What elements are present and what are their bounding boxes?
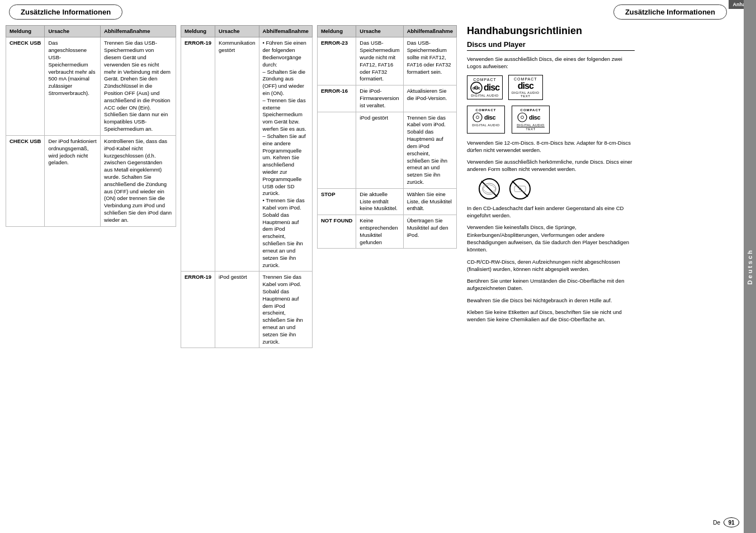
abhilfe-cell: Trennen Sie das Kabel vom iPod. Sobald d… bbox=[403, 112, 456, 188]
no-disc-icon-1 bbox=[478, 178, 500, 200]
right-panel-para9: Kleben Sie keine Etiketten auf Discs, be… bbox=[467, 308, 635, 323]
digital-audio-text-1: DIGITAL AUDIO bbox=[472, 123, 500, 127]
disc-logo1-main: disc disc bbox=[470, 82, 499, 94]
text-label: TEXT bbox=[517, 127, 545, 131]
right-panel-para7: Berühren Sie unter keinen Umständen die … bbox=[467, 277, 635, 292]
deutsch-strip: Deutsch bbox=[744, 0, 756, 533]
ursache-cell: Der iPod funktioniert ordnungsgemäß, wir… bbox=[45, 135, 101, 226]
ursache-cell: Die aktuelle Liste enthält keine Musikti… bbox=[356, 188, 403, 215]
meldung-cell: NOT FOUND bbox=[317, 215, 356, 249]
meldung-cell: ERROR-19 bbox=[181, 272, 215, 348]
right-panel-title: Handhabungsrichtlinien bbox=[467, 25, 635, 37]
table2-col-ursache: Ursache bbox=[215, 26, 259, 37]
meldung-cell: CHECK USB bbox=[6, 135, 45, 226]
ursache-cell: iPod gestört bbox=[356, 112, 403, 188]
disc-logos-svg: COMPACT disc DIGITAL AUDIO COMPACT disc … bbox=[467, 106, 635, 134]
disc-logo1-top: COMPACT bbox=[470, 78, 499, 82]
header-right-text: Zusätzliche Informationen bbox=[625, 8, 715, 16]
right-panel-para5: Verwenden Sie keinesfalls Discs, die Spr… bbox=[467, 223, 635, 253]
svg-point-3 bbox=[473, 113, 482, 122]
right-panel-subtitle: Discs und Player bbox=[467, 40, 635, 51]
meldung-cell bbox=[317, 112, 356, 188]
ursache-cell: Die iPod-Firmwareversion ist veraltet. bbox=[356, 85, 403, 112]
meldung-cell: CHECK USB bbox=[6, 37, 45, 136]
table3-container: Meldung Ursache Abhilfemaßnahme ERROR-23… bbox=[317, 25, 457, 348]
disc-logo-box-1: COMPACT disc DIGITAL AUDIO bbox=[467, 106, 505, 134]
disc-logo2-top: COMPACT bbox=[512, 77, 540, 81]
disc-svg-2: disc bbox=[517, 112, 545, 123]
disc-logo-2: COMPACT disc DIGITAL AUDIOTEXT bbox=[508, 75, 543, 100]
abhilfe-cell: Trennen Sie das Kabel vom iPod. Sobald d… bbox=[259, 272, 312, 348]
disc-logos: COMPACT disc disc DIGITAL AUDIO COMPACT … bbox=[467, 75, 635, 100]
no-disc-icon-2 bbox=[509, 178, 531, 200]
ursache-cell: Das angeschlossene USB-Speichermedium ve… bbox=[45, 37, 101, 136]
table1-col-abhilfe: Abhilfemaßnahme bbox=[101, 26, 176, 37]
page-number: 91 bbox=[724, 517, 739, 527]
table3-col-meldung: Meldung bbox=[317, 26, 356, 37]
svg-text:disc: disc bbox=[472, 86, 480, 90]
abhilfe-cell: • Führen Sie einen der folgenden Bedienv… bbox=[259, 37, 312, 272]
right-panel-para4: In den CD-Ladeschacht darf kein anderer … bbox=[467, 204, 635, 220]
svg-point-4 bbox=[476, 116, 479, 118]
right-panel-para3: Verwenden Sie ausschließlich herkömmlich… bbox=[467, 158, 635, 173]
right-panel-para6: CD-R/CD-RW-Discs, deren Aufzeichnungen n… bbox=[467, 258, 635, 273]
table-row: CHECK USB Das angeschlossene USB-Speiche… bbox=[6, 37, 176, 136]
de-label: De bbox=[713, 520, 720, 526]
meldung-cell: ERROR-19 bbox=[181, 37, 215, 272]
ursache-cell: iPod gestört bbox=[215, 272, 259, 348]
table-row: ERROR-23 Das USB-Speichermedium wurde ni… bbox=[317, 37, 456, 85]
table1-col-meldung: Meldung bbox=[6, 26, 45, 37]
page-indicator: De 91 bbox=[713, 517, 739, 527]
ursache-cell: Keine entsprechenden Musiktitel gefunden bbox=[356, 215, 403, 249]
table-row: iPod gestört Trennen Sie das Kabel vom i… bbox=[317, 112, 456, 188]
disc-icon-1: disc bbox=[470, 82, 483, 94]
table-row: CHECK USB Der iPod funktioniert ordnungs… bbox=[6, 135, 176, 226]
table-row: ERROR-19 Kommunikation gestört • Führen … bbox=[181, 37, 313, 272]
headers-container: Zusätzliche Informationen Zusätzliche In… bbox=[0, 0, 744, 23]
table-row: NOT FOUND Keine entsprechenden Musiktite… bbox=[317, 215, 456, 249]
table3-col-ursache: Ursache bbox=[356, 26, 403, 37]
header-right: Zusätzliche Informationen bbox=[613, 4, 727, 20]
disc-logo2-main: disc bbox=[512, 81, 540, 91]
right-panel-para8: Bewahren Sie die Discs bei Nichtgebrauch… bbox=[467, 297, 635, 304]
digital-audio-text-2: DIGITAL AUDIO bbox=[517, 123, 545, 127]
meldung-cell: ERROR-23 bbox=[317, 37, 356, 85]
abhilfe-cell: Das USB-Speichermedium sollte mit FAT12,… bbox=[403, 37, 456, 85]
ursache-cell: Kommunikation gestört bbox=[215, 37, 259, 272]
table-row: ERROR-19 iPod gestört Trennen Sie das Ka… bbox=[181, 272, 313, 348]
abhilfe-cell: Kontrollieren Sie, dass das iPod-Kabel n… bbox=[101, 135, 176, 226]
abhilfe-cell: Aktualisieren Sie die iPod-Version. bbox=[403, 85, 456, 112]
disc-logo1-sub: DIGITAL AUDIO bbox=[470, 94, 499, 97]
table3-col-abhilfe: Abhilfemaßnahme bbox=[403, 26, 456, 37]
svg-point-7 bbox=[521, 116, 524, 118]
table2-container: Meldung Ursache Abhilfemaßnahme ERROR-19… bbox=[181, 25, 313, 348]
table-row: ERROR-16 Die iPod-Firmwareversion ist ve… bbox=[317, 85, 456, 112]
header-left: Zusätzliche Informationen bbox=[9, 4, 122, 20]
meldung-cell: STOP bbox=[317, 188, 356, 215]
right-panel-para1: Verwenden Sie ausschließlich Discs, die … bbox=[467, 55, 635, 70]
right-panel: Handhabungsrichtlinien Discs und Player … bbox=[461, 25, 635, 348]
table2-col-abhilfe: Abhilfemaßnahme bbox=[259, 26, 312, 37]
deutsch-label: Deutsch bbox=[746, 249, 753, 284]
ursache-cell: Das USB-Speichermedium wurde nicht mit F… bbox=[356, 37, 403, 85]
disc-logo-1: COMPACT disc disc DIGITAL AUDIO bbox=[467, 75, 503, 99]
svg-point-6 bbox=[518, 113, 527, 122]
no-disc-icons bbox=[478, 178, 635, 200]
disc-logo2-sub: DIGITAL AUDIOTEXT bbox=[512, 91, 540, 98]
right-panel-para2: Verwenden Sie 12-cm-Discs. 8-cm-Discs bz… bbox=[467, 139, 635, 154]
table1-col-ursache: Ursache bbox=[45, 26, 101, 37]
table3: Meldung Ursache Abhilfemaßnahme ERROR-23… bbox=[317, 25, 457, 249]
table2: Meldung Ursache Abhilfemaßnahme ERROR-19… bbox=[181, 25, 313, 348]
table2-col-meldung: Meldung bbox=[181, 26, 215, 37]
abhilfe-cell: Trennen Sie das USB-Speichermedium von d… bbox=[101, 37, 176, 136]
svg-text:disc: disc bbox=[529, 114, 540, 121]
table-row: STOP Die aktuelle Liste enthält keine Mu… bbox=[317, 188, 456, 215]
disc-logo-box-2: COMPACT disc DIGITAL AUDIO TEXT bbox=[512, 106, 550, 134]
abhilfe-cell: Übertragen Sie Musiktitel auf den iPod. bbox=[403, 215, 456, 249]
disc-svg-1: disc bbox=[472, 112, 500, 123]
abhilfe-cell: Wählen Sie eine Liste, die Musiktitel en… bbox=[403, 188, 456, 215]
header-left-text: Zusätzliche Informationen bbox=[21, 8, 111, 16]
table1-container: Meldung Ursache Abhilfemaßnahme CHECK US… bbox=[6, 25, 176, 348]
meldung-cell: ERROR-16 bbox=[317, 85, 356, 112]
table1: Meldung Ursache Abhilfemaßnahme CHECK US… bbox=[6, 25, 176, 227]
